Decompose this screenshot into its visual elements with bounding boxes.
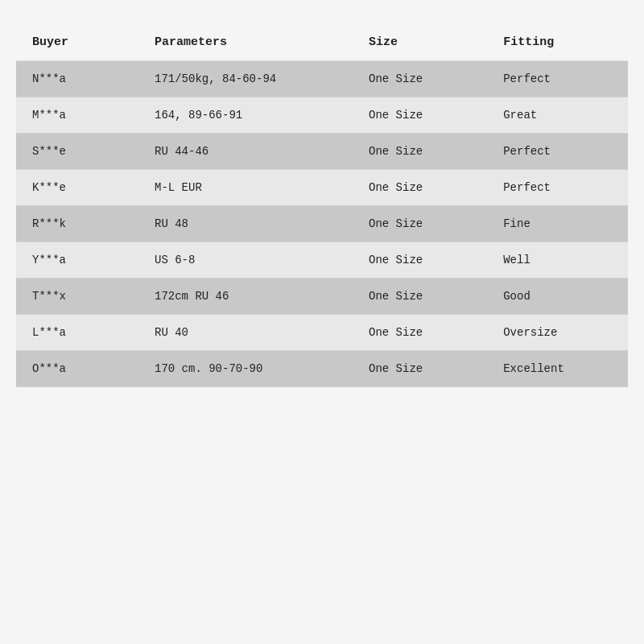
table-row: O***a170 cm. 90-70-90One SizeExcellent <box>16 351 628 387</box>
table-row: Y***aUS 6-8One SizeWell <box>16 242 628 279</box>
cell-fitting: Fine <box>487 206 628 242</box>
header-buyer: Buyer <box>16 24 138 61</box>
cell-size: One Size <box>353 206 487 242</box>
cell-parameters: RU 48 <box>138 206 353 242</box>
cell-fitting: Perfect <box>487 170 628 206</box>
cell-parameters: 170 cm. 90-70-90 <box>138 351 353 387</box>
header-size: Size <box>353 24 487 61</box>
cell-fitting: Good <box>487 279 628 315</box>
cell-parameters: M-L EUR <box>138 170 353 206</box>
cell-fitting: Oversize <box>487 315 628 351</box>
cell-buyer: T***x <box>16 279 138 315</box>
cell-buyer: Y***a <box>16 242 138 279</box>
cell-fitting: Well <box>487 242 628 279</box>
table-row: K***eM-L EUROne SizePerfect <box>16 170 628 206</box>
cell-buyer: M***a <box>16 97 138 134</box>
cell-size: One Size <box>353 97 487 134</box>
cell-buyer: R***k <box>16 206 138 242</box>
cell-fitting: Excellent <box>487 351 628 387</box>
cell-size: One Size <box>353 170 487 206</box>
cell-size: One Size <box>353 279 487 315</box>
cell-parameters: 171/50kg, 84-60-94 <box>138 61 353 97</box>
table-container: Buyer Parameters Size Fitting N***a171/5… <box>0 0 644 644</box>
cell-buyer: O***a <box>16 351 138 387</box>
header-parameters: Parameters <box>138 24 353 61</box>
cell-parameters: RU 40 <box>138 315 353 351</box>
cell-buyer: S***e <box>16 134 138 170</box>
cell-size: One Size <box>353 242 487 279</box>
table-row: T***x172cm RU 46One SizeGood <box>16 279 628 315</box>
cell-buyer: K***e <box>16 170 138 206</box>
cell-size: One Size <box>353 315 487 351</box>
table-row: M***a164, 89-66-91One SizeGreat <box>16 97 628 134</box>
cell-buyer: L***a <box>16 315 138 351</box>
table-row: S***eRU 44-46One SizePerfect <box>16 134 628 170</box>
cell-parameters: 164, 89-66-91 <box>138 97 353 134</box>
header-fitting: Fitting <box>487 24 628 61</box>
cell-fitting: Perfect <box>487 61 628 97</box>
table-header-row: Buyer Parameters Size Fitting <box>16 24 628 61</box>
review-table: Buyer Parameters Size Fitting N***a171/5… <box>16 24 628 387</box>
cell-size: One Size <box>353 351 487 387</box>
table-row: R***kRU 48One SizeFine <box>16 206 628 242</box>
cell-buyer: N***a <box>16 61 138 97</box>
table-row: N***a171/50kg, 84-60-94One SizePerfect <box>16 61 628 97</box>
cell-parameters: 172cm RU 46 <box>138 279 353 315</box>
table-row: L***aRU 40One SizeOversize <box>16 315 628 351</box>
cell-fitting: Perfect <box>487 134 628 170</box>
cell-size: One Size <box>353 61 487 97</box>
cell-parameters: RU 44-46 <box>138 134 353 170</box>
cell-parameters: US 6-8 <box>138 242 353 279</box>
cell-size: One Size <box>353 134 487 170</box>
cell-fitting: Great <box>487 97 628 134</box>
